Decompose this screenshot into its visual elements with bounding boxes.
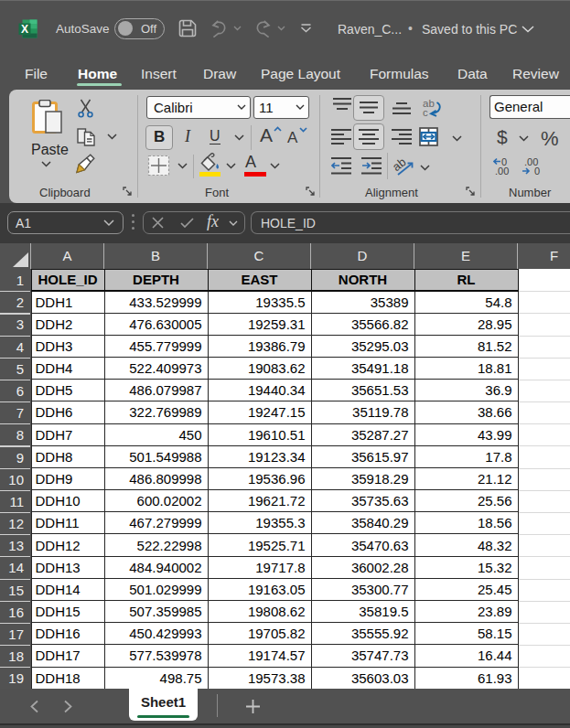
svg-text:0: 0 — [534, 166, 540, 176]
svg-text:ab: ab — [393, 155, 409, 174]
svg-text:.00: .00 — [495, 166, 509, 176]
svg-text:X: X — [20, 22, 27, 35]
svg-text:c: c — [423, 107, 428, 118]
